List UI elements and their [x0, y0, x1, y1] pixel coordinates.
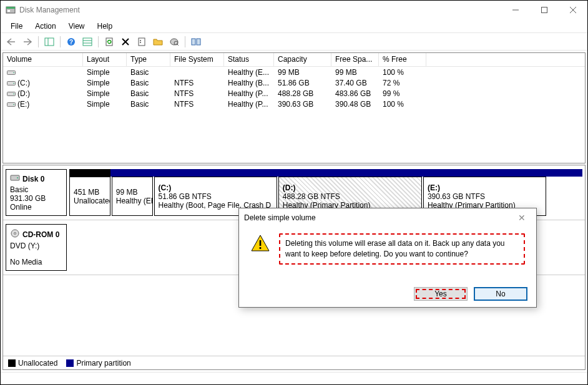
- maximize-button[interactable]: [530, 1, 559, 19]
- back-button[interactable]: [4, 35, 18, 49]
- disk-info[interactable]: Disk 0Basic931.30 GBOnline: [6, 169, 67, 216]
- warning-icon: [250, 233, 270, 253]
- volume-capacity: 390.63 GB: [274, 99, 331, 109]
- menu-file[interactable]: File: [4, 21, 29, 32]
- menu-help[interactable]: Help: [91, 21, 119, 32]
- app-icon: [6, 5, 16, 15]
- svg-rect-11: [83, 38, 92, 46]
- statusbar: [1, 372, 587, 384]
- dialog-titlebar: Delete simple volume ✕: [239, 208, 536, 227]
- drive-icon: [7, 100, 16, 108]
- close-button[interactable]: [559, 1, 587, 19]
- partition-size: 390.63 GB NTFS: [428, 192, 542, 201]
- disk-size: 931.30 GB: [10, 194, 62, 203]
- col-volume[interactable]: Volume: [3, 53, 83, 66]
- titlebar: Disk Management: [1, 1, 587, 19]
- menu-action[interactable]: Action: [29, 21, 62, 32]
- volume-pctfree: 100 %: [379, 67, 426, 77]
- legend-unallocated: Unallocated: [18, 359, 57, 368]
- volume-pctfree: 100 %: [379, 99, 426, 109]
- svg-point-30: [13, 93, 14, 94]
- delete-volume-dialog: Delete simple volume ✕ Deleting this vol…: [238, 208, 537, 308]
- col-freespace[interactable]: Free Spa...: [331, 53, 379, 66]
- partition-header-segment: [110, 169, 582, 177]
- disk-status: No Media: [10, 258, 62, 266]
- dialog-close-button[interactable]: ✕: [512, 213, 531, 223]
- disk-type: Basic: [10, 185, 62, 194]
- svg-point-19: [140, 42, 141, 43]
- svg-line-22: [177, 44, 179, 46]
- volume-freespace: 390.48 GB: [331, 99, 379, 109]
- svg-rect-7: [45, 38, 54, 46]
- disk-icon: [10, 228, 20, 240]
- volume-filesystem: NTFS: [170, 88, 224, 99]
- show-hide-console-button[interactable]: [42, 35, 56, 49]
- drive-icon: [7, 69, 16, 76]
- more-actions-button[interactable]: [189, 35, 203, 49]
- volume-status: Healthy (P...: [224, 88, 274, 99]
- svg-point-28: [13, 82, 14, 84]
- svg-rect-2: [7, 10, 10, 12]
- svg-point-32: [13, 104, 14, 105]
- volume-filesystem: [170, 67, 224, 77]
- forward-button[interactable]: [21, 35, 34, 49]
- menu-view[interactable]: View: [62, 21, 91, 32]
- delete-button[interactable]: [119, 35, 132, 49]
- partition-box[interactable]: 451 MBUnallocated: [69, 177, 110, 216]
- disk-management-window: Disk Management File Action View Help ?: [0, 0, 588, 385]
- volume-freespace: 99 MB: [331, 67, 379, 77]
- volume-list[interactable]: Volume Layout Type File System Status Ca…: [2, 52, 586, 163]
- disk-name: Disk 0: [22, 175, 44, 183]
- col-pctfree[interactable]: % Free: [379, 53, 426, 66]
- open-button[interactable]: [151, 35, 165, 49]
- drive-icon: [7, 79, 16, 87]
- volume-capacity: 488.28 GB: [274, 88, 331, 99]
- volume-freespace: 37.40 GB: [331, 77, 379, 88]
- partition-header-segment: [69, 169, 110, 177]
- svg-rect-17: [139, 38, 145, 46]
- rescan-button[interactable]: [167, 35, 181, 49]
- volume-row[interactable]: (C:)SimpleBasicNTFSHealthy (B...51.86 GB…: [3, 77, 585, 88]
- dialog-yes-button[interactable]: Yes: [414, 287, 468, 301]
- volume-type: Basic: [127, 67, 170, 77]
- minimize-button[interactable]: [501, 1, 530, 19]
- view-settings-button[interactable]: [81, 35, 94, 49]
- svg-point-26: [13, 72, 14, 73]
- partition-box[interactable]: 99 MBHealthy (EFI: [112, 177, 153, 216]
- col-layout[interactable]: Layout: [83, 53, 127, 66]
- volume-layout: Simple: [83, 99, 127, 109]
- svg-rect-37: [260, 240, 262, 246]
- refresh-button[interactable]: [102, 35, 116, 49]
- volume-type: Basic: [127, 88, 170, 99]
- volume-status: Healthy (B...: [224, 77, 274, 88]
- volume-row[interactable]: SimpleBasicHealthy (E...99 MB99 MB100 %: [3, 67, 585, 77]
- toolbar: ?: [1, 33, 587, 51]
- volume-status: Healthy (E...: [224, 67, 274, 77]
- legend: Unallocated Primary partition: [3, 356, 585, 369]
- volume-row[interactable]: (D:)SimpleBasicNTFSHealthy (P...488.28 G…: [3, 88, 585, 99]
- volume-name: (D:): [17, 89, 30, 98]
- disk-status: Online: [10, 203, 62, 212]
- col-capacity[interactable]: Capacity: [274, 53, 331, 66]
- dialog-no-button[interactable]: No: [474, 287, 527, 301]
- col-type[interactable]: Type: [127, 53, 170, 66]
- legend-swatch-primary: [66, 359, 74, 367]
- properties-button[interactable]: [135, 35, 149, 49]
- col-status[interactable]: Status: [224, 53, 274, 66]
- svg-rect-38: [260, 247, 262, 249]
- disk-name: CD-ROM 0: [22, 230, 59, 239]
- dialog-title: Delete simple volume: [244, 213, 512, 222]
- legend-primary: Primary partition: [76, 359, 130, 368]
- svg-rect-1: [6, 7, 15, 9]
- help-button[interactable]: ?: [64, 35, 78, 49]
- dialog-message: Deleting this volume will erase all data…: [279, 233, 525, 265]
- disk-info[interactable]: CD-ROM 0DVD (Y:)No Media: [6, 224, 67, 271]
- partition-size: 51.86 GB NTFS: [159, 192, 273, 201]
- partition-size: 99 MB: [116, 188, 149, 197]
- volume-row[interactable]: (E:)SimpleBasicNTFSHealthy (P...390.63 G…: [3, 99, 585, 109]
- svg-rect-4: [542, 7, 547, 13]
- partition-status: Healthy (EFI: [116, 197, 149, 205]
- volume-layout: Simple: [83, 77, 127, 88]
- col-filesystem[interactable]: File System: [170, 53, 224, 66]
- volume-status: Healthy (P...: [224, 99, 274, 109]
